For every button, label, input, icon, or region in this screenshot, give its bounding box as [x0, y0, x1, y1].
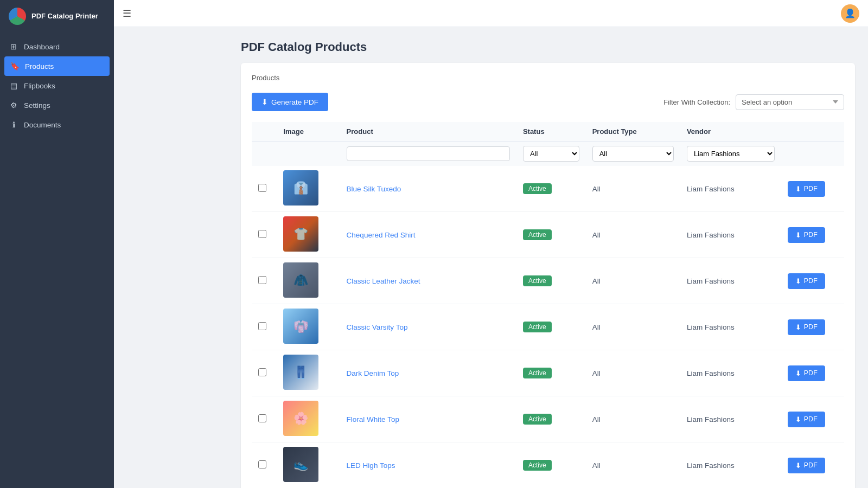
row-product-cell: Classic Varsity Top	[340, 304, 516, 350]
table-row: 🧥 Classic Leather Jacket Active All Liam…	[252, 258, 844, 304]
row-status-cell: Active	[516, 442, 586, 489]
filter-product-cell[interactable]	[340, 142, 516, 166]
pdf-label-3: PDF	[804, 277, 818, 285]
pdf-label-7: PDF	[804, 461, 818, 469]
sidebar-item-settings[interactable]: ⚙ Settings	[0, 95, 114, 115]
product-link-7[interactable]: LED High Tops	[347, 461, 395, 470]
row-action-cell: ⬇ PDF	[781, 258, 844, 304]
status-filter-select[interactable]: All	[523, 146, 579, 162]
product-link-3[interactable]: Classic Leather Jacket	[347, 277, 420, 285]
row-check-cell[interactable]	[252, 304, 277, 350]
filter-vendor-cell[interactable]: Liam Fashions	[680, 142, 781, 166]
products-table: Image Product Status Product Type Vendor	[252, 122, 844, 488]
status-badge-2: Active	[523, 229, 552, 240]
filter-action-cell	[781, 142, 844, 166]
row-product-cell: Dark Denim Top	[340, 350, 516, 396]
row-vendor-cell: Liam Fashions	[680, 350, 781, 396]
product-image-5: 👖	[283, 355, 318, 390]
product-filter-input[interactable]	[347, 146, 510, 161]
product-image-icon-2: 👕	[283, 216, 318, 252]
product-link-2[interactable]: Chequered Red Shirt	[347, 231, 416, 239]
product-image-4: 👘	[283, 309, 318, 344]
sidebar-nav: ⊞ Dashboard 🔖 Products ▤ Flipbooks ⚙ Set…	[0, 33, 114, 139]
col-header-action	[781, 122, 844, 142]
pdf-label-6: PDF	[804, 415, 818, 423]
pdf-label-4: PDF	[804, 323, 818, 331]
product-link-6[interactable]: Floral White Top	[347, 415, 399, 423]
sidebar-item-documents[interactable]: ℹ Documents	[0, 115, 114, 134]
settings-icon: ⚙	[9, 101, 18, 110]
col-header-status: Status	[516, 122, 586, 142]
pdf-download-icon-3: ⬇	[795, 277, 801, 285]
col-header-type: Product Type	[586, 122, 680, 142]
row-vendor-cell: Liam Fashions	[680, 442, 781, 489]
row-status-cell: Active	[516, 350, 586, 396]
main-content: PDF Catalog Products Products ⬇ Generate…	[228, 27, 868, 488]
row-type-cell: All	[586, 304, 680, 350]
dashboard-icon: ⊞	[9, 42, 18, 51]
row-check-cell[interactable]	[252, 350, 277, 396]
flipbooks-icon: ▤	[9, 81, 18, 90]
filter-collection-select[interactable]: Select an option Liam Fashions	[736, 94, 844, 110]
sidebar-item-dashboard[interactable]: ⊞ Dashboard	[0, 37, 114, 56]
row-checkbox-6[interactable]	[258, 414, 266, 422]
row-checkbox-1[interactable]	[258, 184, 266, 192]
pdf-button-2[interactable]: ⬇ PDF	[788, 227, 825, 243]
pdf-button-5[interactable]: ⬇ PDF	[788, 365, 825, 381]
type-filter-select[interactable]: All	[592, 146, 674, 162]
row-action-cell: ⬇ PDF	[781, 396, 844, 442]
sidebar-label-dashboard: Dashboard	[24, 43, 60, 51]
row-checkbox-7[interactable]	[258, 460, 266, 468]
table-row: 👘 Classic Varsity Top Active All Liam Fa…	[252, 304, 844, 350]
row-check-cell[interactable]	[252, 212, 277, 258]
product-image-icon-5: 👖	[283, 355, 318, 390]
row-type-cell: All	[586, 212, 680, 258]
vendor-filter-select[interactable]: Liam Fashions	[687, 146, 775, 162]
sidebar-item-products[interactable]: 🔖 Products	[4, 56, 110, 76]
row-vendor-cell: Liam Fashions	[680, 166, 781, 212]
product-link-4[interactable]: Classic Varsity Top	[347, 323, 408, 331]
table-row: 👔 Blue Silk Tuxedo Active All Liam Fashi…	[252, 166, 844, 212]
filter-image-cell	[277, 142, 340, 166]
row-action-cell: ⬇ PDF	[781, 350, 844, 396]
filter-type-cell[interactable]: All	[586, 142, 680, 166]
row-check-cell[interactable]	[252, 258, 277, 304]
filter-status-cell[interactable]: All	[516, 142, 586, 166]
pdf-button-1[interactable]: ⬇ PDF	[788, 181, 825, 197]
row-check-cell[interactable]	[252, 442, 277, 489]
sidebar-item-flipbooks[interactable]: ▤ Flipbooks	[0, 76, 114, 95]
status-badge-4: Active	[523, 322, 552, 332]
row-product-cell: Chequered Red Shirt	[340, 212, 516, 258]
hamburger-button[interactable]: ☰	[123, 8, 131, 20]
pdf-button-4[interactable]: ⬇ PDF	[788, 319, 825, 335]
pdf-label-5: PDF	[804, 369, 818, 377]
generate-pdf-button[interactable]: ⬇ Generate PDF	[252, 93, 328, 111]
row-check-cell[interactable]	[252, 166, 277, 212]
row-checkbox-3[interactable]	[258, 276, 266, 284]
pdf-button-7[interactable]: ⬇ PDF	[788, 458, 825, 473]
pdf-download-icon-2: ⬇	[795, 231, 801, 239]
pdf-download-icon-5: ⬇	[795, 369, 801, 377]
row-check-cell[interactable]	[252, 396, 277, 442]
row-type-cell: All	[586, 166, 680, 212]
row-vendor-cell: Liam Fashions	[680, 396, 781, 442]
row-checkbox-2[interactable]	[258, 230, 266, 238]
status-badge-6: Active	[523, 414, 552, 425]
status-badge-5: Active	[523, 368, 552, 378]
user-avatar[interactable]: 👤	[841, 4, 859, 23]
row-action-cell: ⬇ PDF	[781, 166, 844, 212]
table-filter-row: All All Liam Fashions	[252, 142, 844, 166]
pdf-button-3[interactable]: ⬇ PDF	[788, 273, 825, 289]
row-type-cell: All	[586, 350, 680, 396]
row-checkbox-4[interactable]	[258, 322, 266, 330]
product-link-1[interactable]: Blue Silk Tuxedo	[347, 185, 401, 193]
col-header-product: Product	[340, 122, 516, 142]
row-type-cell: All	[586, 258, 680, 304]
row-product-cell: Blue Silk Tuxedo	[340, 166, 516, 212]
product-image-icon-3: 🧥	[283, 262, 318, 298]
row-image-cell: 👖	[277, 350, 340, 396]
product-link-5[interactable]: Dark Denim Top	[347, 369, 399, 377]
pdf-button-6[interactable]: ⬇ PDF	[788, 412, 825, 427]
breadcrumb: Products	[252, 74, 844, 82]
row-checkbox-5[interactable]	[258, 368, 266, 376]
